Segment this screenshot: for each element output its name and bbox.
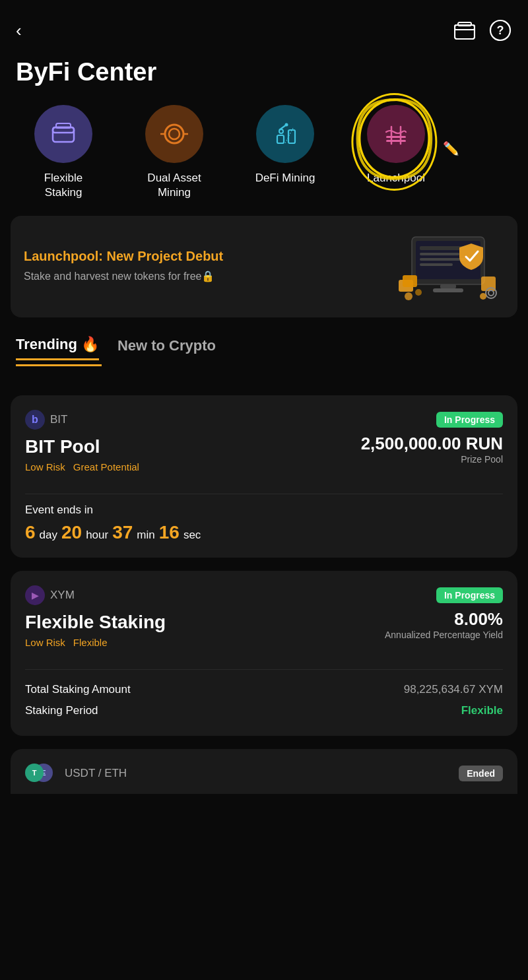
- fire-icon: 🔥: [81, 336, 99, 353]
- tab-active-indicator: [16, 364, 102, 366]
- header-right: ?: [453, 18, 512, 42]
- tabs-row: Trending 🔥 New to Crypto: [0, 336, 528, 360]
- xym-staking-period-label: Staking Period: [25, 704, 98, 717]
- usdt-eth-token-symbol: USDT / ETH: [65, 767, 127, 780]
- xym-token-row: ▶ XYM: [25, 585, 75, 605]
- bit-countdown: 6 day 20 hour 37 min 16 sec: [25, 522, 503, 543]
- xym-tags: Low Risk Flexible: [25, 637, 166, 648]
- xym-tag-low-risk: Low Risk: [25, 637, 65, 648]
- page-title: ByFi Center: [0, 53, 528, 105]
- xym-staking-card[interactable]: ▶ XYM In Progress Flexible Staking Low R…: [11, 571, 517, 736]
- launchpool-label: Launchpool: [367, 171, 425, 185]
- header: ‹ ?: [0, 0, 528, 53]
- bit-days-unit: day: [40, 529, 57, 542]
- xym-main-row: Flexible Staking Low Risk Flexible 8.00%…: [25, 609, 503, 660]
- tab-new-to-crypto[interactable]: New to Crypto: [117, 337, 216, 360]
- bit-tag-low-risk: Low Risk: [25, 461, 65, 473]
- tab-trending[interactable]: Trending 🔥: [16, 336, 99, 360]
- xym-staking-period-row: Staking Period Flexible: [25, 700, 503, 721]
- xym-staking-period-value: Flexible: [461, 704, 503, 717]
- nav-item-dual-asset-mining[interactable]: Dual AssetMining: [119, 105, 230, 200]
- help-icon[interactable]: ?: [488, 18, 512, 42]
- xym-divider: [25, 669, 503, 670]
- svg-rect-26: [420, 253, 459, 255]
- svg-rect-13: [288, 130, 295, 143]
- xym-total-staking-row: Total Staking Amount 98,225,634.67 XYM: [25, 679, 503, 700]
- bit-card-title: BIT Pool: [25, 436, 139, 457]
- bit-right: 2,500,000.00 RUN Prize Pool: [361, 434, 503, 465]
- header-left: ‹: [16, 20, 22, 41]
- svg-point-38: [480, 293, 486, 300]
- bit-card-header: b BIT In Progress: [25, 410, 503, 430]
- svg-rect-27: [420, 258, 466, 261]
- bit-minutes-num: 37: [112, 522, 133, 543]
- bit-minutes-unit: min: [137, 529, 154, 542]
- new-to-crypto-label: New to Crypto: [117, 337, 216, 354]
- svg-rect-28: [420, 263, 453, 266]
- bit-status-badge: In Progress: [436, 412, 503, 428]
- bit-token-icon: b: [25, 410, 45, 430]
- svg-rect-0: [455, 25, 475, 39]
- bit-event-ends-label: Event ends in: [25, 504, 503, 517]
- svg-rect-19: [386, 136, 406, 138]
- xym-apy-label: Annualized Percentage Yield: [385, 630, 503, 640]
- bit-prize-label: Prize Pool: [361, 454, 503, 465]
- svg-point-9: [169, 129, 180, 139]
- nav-item-launchpool[interactable]: ✏️ Launchpool: [341, 105, 451, 185]
- usdt-eth-token-row: T Ξ USDT / ETH: [25, 764, 127, 783]
- svg-rect-30: [433, 288, 463, 292]
- defi-mining-icon-circle: [256, 105, 314, 163]
- xym-card-title: Flexible Staking: [25, 612, 166, 633]
- svg-point-8: [165, 125, 183, 143]
- svg-rect-29: [440, 284, 456, 288]
- xym-tag-flexible: Flexible: [73, 637, 108, 648]
- usdt-eth-icon-wrap: T Ξ: [25, 764, 53, 783]
- svg-rect-32: [403, 275, 417, 287]
- wallet-icon[interactable]: [453, 18, 477, 42]
- svg-rect-2: [458, 22, 471, 26]
- pencil-annotation-icon: ✏️: [443, 141, 459, 156]
- xym-total-staking-label: Total Staking Amount: [25, 683, 131, 696]
- svg-point-35: [488, 290, 494, 296]
- bit-days-num: 6: [25, 522, 36, 543]
- bit-tag-great-potential: Great Potential: [73, 461, 139, 473]
- dual-asset-mining-label: Dual AssetMining: [147, 171, 201, 200]
- bit-hours-unit: hour: [86, 529, 108, 542]
- xym-token-icon: ▶: [25, 585, 45, 605]
- svg-rect-12: [277, 135, 284, 143]
- defi-mining-label: DeFi Mining: [255, 171, 315, 185]
- usdt-eth-partial-card[interactable]: T Ξ USDT / ETH Ended: [11, 749, 517, 794]
- flexible-staking-icon-circle: [34, 105, 92, 163]
- bit-left: BIT Pool Low Risk Great Potential: [25, 434, 139, 484]
- nav-icons-row: FlexibleStaking Dual AssetMining D: [0, 105, 528, 216]
- xym-card-header: ▶ XYM In Progress: [25, 585, 503, 605]
- bit-prize-amount: 2,500,000.00 RUN: [361, 434, 503, 454]
- usdt-icon: T: [25, 764, 44, 782]
- banner-subtitle: Stake and harvest new tokens for free🔒: [24, 269, 385, 284]
- svg-rect-5: [53, 127, 74, 142]
- banner-text-block: Launchpool: New Project Debut Stake and …: [24, 249, 385, 284]
- bit-divider: [25, 494, 503, 494]
- xym-apy-value: 8.00%: [385, 609, 503, 630]
- xym-status-badge: In Progress: [436, 587, 503, 603]
- back-button[interactable]: ‹: [16, 20, 22, 41]
- cards-container: b BIT In Progress BIT Pool Low Risk Grea…: [0, 382, 528, 736]
- trending-label: Trending: [16, 336, 77, 353]
- banner-illustration: [385, 230, 504, 303]
- flexible-staking-label: FlexibleStaking: [44, 171, 83, 200]
- svg-point-15: [285, 123, 288, 127]
- bit-pool-card[interactable]: b BIT In Progress BIT Pool Low Risk Grea…: [11, 395, 517, 558]
- svg-point-36: [405, 292, 412, 300]
- launchpool-banner[interactable]: Launchpool: New Project Debut Stake and …: [11, 216, 517, 317]
- nav-item-defi-mining[interactable]: DeFi Mining: [230, 105, 341, 185]
- xym-right: 8.00% Annualized Percentage Yield: [385, 609, 503, 640]
- nav-item-flexible-staking[interactable]: FlexibleStaking: [8, 105, 119, 200]
- bit-token-row: b BIT: [25, 410, 67, 430]
- bit-seconds-unit: sec: [183, 529, 201, 542]
- svg-point-17: [279, 129, 283, 133]
- svg-text:?: ?: [497, 24, 504, 37]
- bit-token-symbol: BIT: [50, 413, 67, 426]
- xym-left: Flexible Staking Low Risk Flexible: [25, 609, 166, 660]
- xym-total-staking-value: 98,225,634.67 XYM: [404, 683, 503, 696]
- banner-title: Launchpool: New Project Debut: [24, 249, 385, 264]
